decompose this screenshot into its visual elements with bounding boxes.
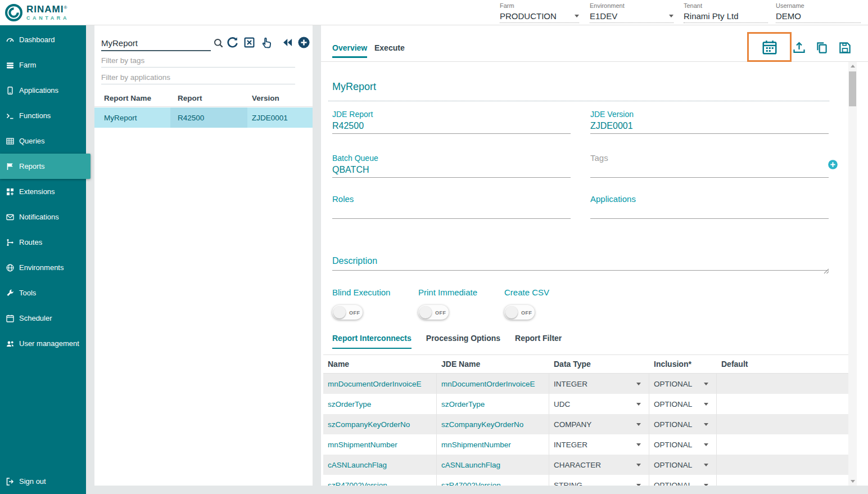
inclusion-select[interactable]: OPTIONAL	[649, 374, 717, 394]
sidebar-item-queries[interactable]: Queries	[0, 128, 86, 154]
environment-selector[interactable]: Environment E1DEV	[590, 2, 673, 24]
table-row[interactable]: szR47002Version szR47002Version STRING O…	[323, 475, 848, 486]
cell-default[interactable]	[717, 394, 848, 414]
data-type-select[interactable]: CHARACTER	[549, 455, 649, 475]
sidebar-item-notifications[interactable]: Notifications	[0, 204, 86, 230]
chevron-down-icon	[704, 443, 708, 446]
jde-report-value: R42500	[332, 121, 571, 132]
inclusion-select[interactable]: OPTIONAL	[649, 434, 717, 455]
inclusion-value: OPTIONAL	[654, 420, 692, 429]
tags-input[interactable]	[590, 151, 829, 165]
brand-logo[interactable]: RINAMI® CANTARA	[4, 3, 69, 22]
scroll-up-button[interactable]	[848, 62, 857, 70]
copy-icon[interactable]	[815, 41, 829, 55]
tags-field[interactable]	[590, 151, 829, 178]
sidebar-item-applications[interactable]: Applications	[0, 78, 86, 103]
vertical-scrollbar[interactable]	[848, 62, 857, 486]
subtab-report-filter[interactable]: Report Filter	[515, 334, 562, 349]
data-type-select[interactable]: UDC	[549, 394, 649, 414]
fast-backward-icon[interactable]	[281, 36, 293, 49]
pointer-icon[interactable]	[260, 36, 273, 49]
inclusion-select[interactable]: OPTIONAL	[649, 455, 717, 475]
notifications-icon	[6, 213, 15, 222]
jde-version-field[interactable]: JDE Version ZJDE0001	[590, 110, 829, 134]
sidebar-item-tools[interactable]: Tools	[0, 280, 86, 306]
inclusion-select[interactable]: OPTIONAL	[649, 475, 717, 486]
export-excel-icon[interactable]	[243, 36, 256, 49]
upload-icon[interactable]	[792, 40, 807, 55]
sidebar-item-label: Reports	[19, 162, 45, 170]
sidebar-item-functions[interactable]: Functions	[0, 103, 86, 128]
tab-overview[interactable]: Overview	[332, 43, 367, 52]
data-type-select[interactable]: STRING	[549, 475, 649, 486]
chevron-down-icon	[704, 464, 708, 466]
sidebar-item-farm[interactable]: Farm	[0, 52, 86, 78]
toggle-knob	[419, 306, 432, 318]
batch-queue-field[interactable]: Batch Queue QBATCH	[332, 154, 571, 178]
blind-execution-toggle[interactable]: OFF	[332, 305, 363, 320]
cell-default[interactable]	[717, 455, 848, 475]
table-row[interactable]: mnShipmentNumber mnShipmentNumber INTEGE…	[323, 434, 848, 455]
farm-selector[interactable]: Farm PRODUCTION	[500, 2, 579, 24]
description-field[interactable]: Description	[332, 256, 829, 271]
jde-report-field[interactable]: JDE Report R42500	[332, 110, 571, 134]
sidebar-item-environments[interactable]: Environments	[0, 255, 86, 280]
sidebar-item-label: Farm	[19, 61, 36, 69]
cell-default[interactable]	[717, 475, 848, 486]
table-row[interactable]: cASNLaunchFlag cASNLaunchFlag CHARACTER …	[323, 455, 848, 475]
filter-by-applications-input[interactable]	[101, 70, 295, 84]
blind-execution-toggle-group: Blind Execution OFF	[332, 288, 418, 320]
jde-version-value: ZJDE0001	[590, 121, 829, 132]
inclusion-select[interactable]: OPTIONAL	[649, 414, 717, 434]
data-type-select[interactable]: INTEGER	[549, 374, 649, 394]
subtab-report-interconnects[interactable]: Report Interconnects	[332, 334, 412, 349]
scrollbar-thumb[interactable]	[849, 71, 856, 106]
data-type-select[interactable]: INTEGER	[549, 434, 649, 455]
inclusion-value: OPTIONAL	[654, 400, 692, 408]
add-icon[interactable]	[297, 36, 310, 49]
user-management-icon	[6, 339, 15, 348]
sidebar-item-reports[interactable]: Reports	[0, 154, 91, 179]
sidebar-item-user-management[interactable]: User management	[0, 331, 86, 356]
environment-value: E1DEV	[590, 11, 617, 21]
schedule-calendar-icon[interactable]	[761, 39, 778, 56]
subtab-processing-options[interactable]: Processing Options	[426, 334, 500, 349]
sidebar-item-routes[interactable]: Routes	[0, 230, 86, 255]
filter-by-tags-input[interactable]	[101, 53, 295, 68]
chevron-down-icon	[669, 15, 673, 17]
applications-field[interactable]: Applications	[590, 194, 829, 219]
cell-default[interactable]	[717, 374, 848, 394]
add-tag-icon[interactable]	[828, 159, 838, 170]
sidebar-item-label: Applications	[19, 86, 58, 95]
sidebar-item-dashboard[interactable]: Dashboard	[0, 27, 86, 52]
tab-execute[interactable]: Execute	[374, 43, 405, 52]
title-divider	[328, 101, 829, 101]
search-input[interactable]	[101, 38, 213, 48]
data-type-select[interactable]: COMPANY	[549, 414, 649, 434]
sign-out-button[interactable]: Sign out	[0, 469, 86, 494]
save-icon[interactable]	[838, 41, 852, 55]
sidebar-item-extensions[interactable]: Extensions	[0, 179, 86, 204]
refresh-icon[interactable]	[226, 36, 239, 49]
scroll-down-button[interactable]	[848, 477, 857, 486]
cell-default[interactable]	[717, 414, 848, 434]
column-header-report: Report	[170, 90, 247, 106]
sidebar-item-scheduler[interactable]: Scheduler	[0, 306, 86, 331]
table-row[interactable]: szCompanyKeyOrderNo szCompanyKeyOrderNo …	[323, 414, 848, 434]
column-header-inclusion: Inclusion*	[649, 360, 717, 369]
environments-icon	[6, 263, 15, 272]
create-csv-toggle[interactable]: OFF	[504, 305, 535, 320]
inclusion-select[interactable]: OPTIONAL	[649, 394, 717, 414]
table-row[interactable]: szOrderType szOrderType UDC OPTIONAL	[323, 394, 848, 414]
queries-icon	[6, 137, 15, 146]
chevron-down-icon	[575, 15, 579, 17]
print-immediate-toggle[interactable]: OFF	[418, 305, 449, 320]
roles-field[interactable]: Roles	[332, 194, 571, 219]
report-list-row-selected[interactable]: MyReport R42500 ZJDE0001	[94, 107, 313, 128]
table-row[interactable]: mnDocumentOrderInvoiceE mnDocumentOrderI…	[323, 374, 848, 394]
cell-default[interactable]	[717, 434, 848, 455]
resize-handle-icon[interactable]	[823, 266, 829, 272]
sidebar-item-label: Extensions	[19, 187, 55, 196]
search-icon[interactable]	[213, 38, 224, 48]
cell-jde-name: szCompanyKeyOrderNo	[437, 414, 549, 434]
